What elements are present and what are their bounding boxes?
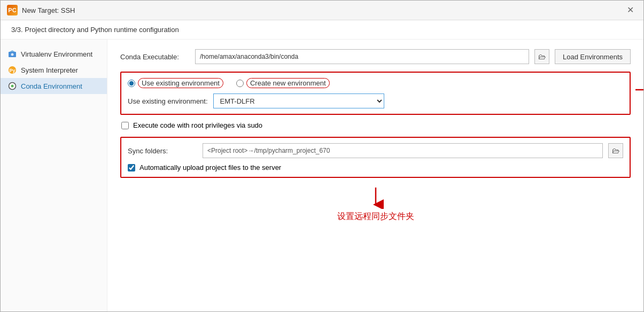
down-arrow-svg bbox=[368, 188, 384, 209]
title-bar: PC New Target: SSH ✕ bbox=[1, 1, 643, 20]
env-select[interactable]: EMT-DLFR base py38 py39 bbox=[213, 93, 384, 108]
svg-marker-1 bbox=[10, 50, 15, 52]
conda-folder-button[interactable]: 🗁 bbox=[534, 49, 549, 64]
right-arrow-svg bbox=[635, 83, 643, 96]
conda-executable-row: Conda Executable: 🗁 Load Environments bbox=[120, 49, 631, 64]
sync-folders-label: Sync folders: bbox=[128, 147, 197, 155]
use-existing-radio[interactable] bbox=[128, 80, 135, 87]
title-bar-left: PC New Target: SSH bbox=[7, 5, 75, 15]
dialog-body: Virtualenv Environment Py System Interpr… bbox=[1, 40, 643, 311]
close-button[interactable]: ✕ bbox=[624, 5, 637, 15]
load-environments-button[interactable]: Load Environments bbox=[555, 49, 631, 64]
sync-folders-input[interactable] bbox=[203, 143, 603, 158]
subtitle: 3/3. Project directory and Python runtim… bbox=[1, 20, 643, 40]
use-existing-radio-label: Use existing environment bbox=[138, 78, 223, 88]
bottom-annotation: 设置远程同步文件夹 bbox=[120, 188, 631, 222]
svg-text:Py: Py bbox=[9, 68, 15, 73]
execute-root-row: Execute code with root privileges via su… bbox=[121, 121, 631, 129]
conda-icon bbox=[8, 82, 17, 90]
svg-point-6 bbox=[11, 85, 14, 88]
execute-root-label: Execute code with root privileges via su… bbox=[133, 121, 262, 129]
auto-upload-checkbox[interactable] bbox=[128, 164, 135, 171]
sidebar-item-virtualenv[interactable]: Virtualenv Environment bbox=[1, 46, 107, 62]
use-existing-env-label: Use existing environment: bbox=[128, 97, 208, 105]
sync-folders-row: Sync folders: 🗁 bbox=[128, 143, 623, 158]
virtualenv-icon bbox=[8, 50, 17, 58]
sync-folders-box: Sync folders: 🗁 Automatically upload pro… bbox=[120, 137, 631, 178]
sync-folder-icon: 🗁 bbox=[612, 146, 619, 155]
create-new-radio-label: Create new environment bbox=[246, 78, 330, 88]
folder-icon: 🗁 bbox=[538, 52, 546, 61]
environment-selection-box: Use existing environment Create new envi… bbox=[120, 72, 631, 115]
radio-row: Use existing environment Create new envi… bbox=[128, 78, 623, 88]
sidebar: Virtualenv Environment Py System Interpr… bbox=[1, 40, 107, 311]
right-annotation: 根据自己情况选择 bbox=[635, 83, 643, 96]
main-content: Conda Executable: 🗁 Load Environments Us… bbox=[107, 40, 643, 311]
create-new-radio[interactable] bbox=[236, 80, 244, 87]
sidebar-system-label: System Interpreter bbox=[21, 66, 78, 74]
conda-executable-input[interactable] bbox=[195, 49, 529, 64]
create-new-radio-option[interactable]: Create new environment bbox=[236, 78, 330, 88]
sidebar-virtualenv-label: Virtualenv Environment bbox=[21, 50, 92, 58]
auto-upload-row: Automatically upload project files to th… bbox=[128, 163, 623, 171]
sync-folder-button[interactable]: 🗁 bbox=[608, 143, 623, 158]
app-icon: PC bbox=[7, 5, 18, 15]
sidebar-conda-label: Conda Environment bbox=[21, 82, 82, 90]
sidebar-item-system[interactable]: Py System Interpreter bbox=[1, 62, 107, 78]
sidebar-item-conda[interactable]: Conda Environment bbox=[1, 78, 107, 94]
bottom-annotation-text: 设置远程同步文件夹 bbox=[120, 211, 631, 222]
env-select-row: Use existing environment: EMT-DLFR base … bbox=[128, 93, 623, 108]
use-existing-radio-option[interactable]: Use existing environment bbox=[128, 78, 223, 88]
window-title: New Target: SSH bbox=[22, 6, 75, 14]
execute-root-checkbox[interactable] bbox=[121, 122, 129, 129]
python-icon: Py bbox=[8, 66, 17, 74]
auto-upload-label: Automatically upload project files to th… bbox=[139, 163, 281, 171]
dialog-window: PC New Target: SSH ✕ 3/3. Project direct… bbox=[0, 0, 644, 312]
svg-point-2 bbox=[11, 53, 14, 56]
conda-executable-label: Conda Executable: bbox=[120, 53, 190, 61]
